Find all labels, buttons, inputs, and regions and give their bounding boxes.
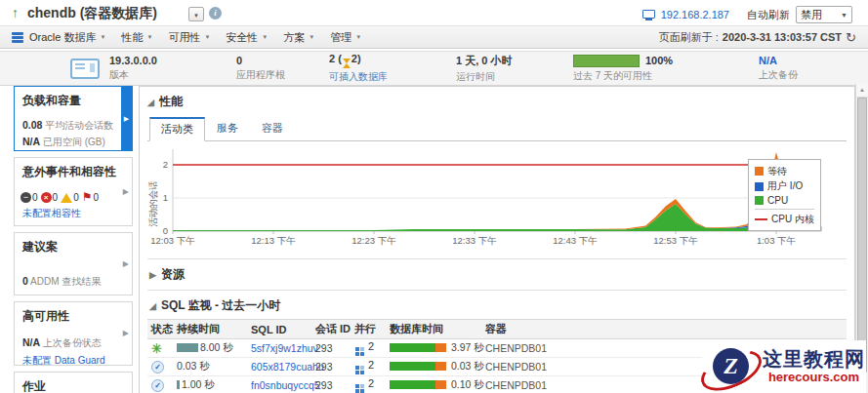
sql-id-link[interactable]: 5sf7xj9w1zhuv <box>251 342 318 354</box>
performance-section-header[interactable]: ◢ 性能 <box>147 87 847 110</box>
arrow-right-icon: ▶ <box>124 115 129 123</box>
scroll-up-button[interactable]: ▲ <box>856 84 868 98</box>
svg-text:12:33 下午: 12:33 下午 <box>452 235 496 246</box>
target-menu-button[interactable]: ▼ <box>188 7 204 21</box>
parallel-icon <box>354 383 365 393</box>
menu-item[interactable]: 管理▼ <box>330 30 361 45</box>
sidebar-card-advisors[interactable]: 建议案 0 ADDM 查找结果 ▶ <box>14 232 133 295</box>
svg-text:12:03 下午: 12:03 下午 <box>150 235 194 246</box>
sql-id-link[interactable]: fn0snbuqyccq5 <box>251 379 320 391</box>
sidebar-card-high-availability[interactable]: 高可用性 N/A 上次备份状态 未配置 Data Guard ▶ <box>14 301 133 366</box>
sidebar-card-incidents-compliance[interactable]: 意外事件和相容性 −0 ×0 0 ⚑0 未配置相容性 ▶ <box>14 157 133 226</box>
db-time-cell: 3.97 秒 <box>390 341 485 355</box>
column-header-6[interactable]: 容器 <box>485 322 843 336</box>
column-header-2[interactable]: SQL ID <box>251 324 315 335</box>
arrow-right-icon[interactable]: ▶ <box>123 329 129 337</box>
menu-bar: Oracle 数据库▼性能▼可用性▼安全性▼方案▼管理▼ 页面刷新于 : 202… <box>0 25 868 49</box>
auto-refresh-label: 自动刷新 <box>747 8 790 22</box>
column-header-1[interactable]: 持续时间 <box>177 322 251 336</box>
page-title: chendb (容器数据库) <box>27 5 157 22</box>
chevron-down-icon: ▼ <box>309 34 314 40</box>
parallel-cell: 2 <box>354 377 390 393</box>
selected-card-indicator[interactable]: ▶ <box>121 87 132 150</box>
auto-refresh-select[interactable]: 禁用 ▼ <box>796 6 852 23</box>
card-title: 高可用性 <box>15 302 132 325</box>
version-value: 19.3.0.0.0 <box>109 55 236 66</box>
svg-text:12:43 下午: 12:43 下午 <box>553 235 597 246</box>
db-time-cell: 0.10 秒 <box>390 378 485 392</box>
chevron-down-icon: ▼ <box>841 12 847 19</box>
availability-label: 过去 7 天的可用性 <box>573 69 759 83</box>
db-time-bar <box>390 343 446 352</box>
tab-容器[interactable]: 容器 <box>250 117 295 141</box>
host-monitor-icon <box>642 10 655 20</box>
sql-id-cell: 5sf7xj9w1zhuv <box>251 342 315 354</box>
tab-服务[interactable]: 服务 <box>205 117 250 141</box>
uptime-value: 1 天, 0 小时 <box>456 54 573 68</box>
column-header-4[interactable]: 并行 <box>354 322 390 336</box>
host-ip-link[interactable]: 192.168.2.187 <box>661 9 729 20</box>
stat-app-root: 0 应用程序根 <box>236 55 329 82</box>
sidebar-card-jobs[interactable]: 作业 <box>14 372 133 393</box>
sidebar-card-load-capacity[interactable]: 负载和容量 0.08 平均活动会话数 N/A 已用空间 (GB) ▶ <box>14 86 133 151</box>
session-id-cell: 293 <box>315 342 354 354</box>
level-up-icon[interactable]: ↑ <box>12 5 19 20</box>
legend-item: 等待 <box>755 165 814 178</box>
last-backup-value[interactable]: N/A <box>759 55 798 66</box>
menu-item[interactable]: 性能▼ <box>121 30 152 45</box>
stat-last-backup: N/A 上次备份 <box>759 55 798 82</box>
sql-id-cell: 605x8179cuahu <box>251 361 315 373</box>
duration-bar <box>177 343 198 352</box>
sql-id-link[interactable]: 605x8179cuahu <box>251 361 324 373</box>
card-title: 作业 <box>15 373 132 393</box>
menu-item[interactable]: 可用性▼ <box>168 30 210 45</box>
activity-chart[interactable]: 01212:03 下午12:13 下午12:23 下午12:33 下午12:43… <box>147 143 847 255</box>
stat-uptime: 1 天, 0 小时 运行时间 <box>456 54 573 84</box>
duration-cell: 0.03 秒 <box>177 360 251 373</box>
database-stack-icon <box>12 32 23 43</box>
info-icon[interactable]: i <box>209 7 222 20</box>
blocked-icon: − <box>21 192 31 203</box>
watermark: Z 这里教程网 herecours.com <box>702 340 866 393</box>
page-refreshed-time: 2020-3-31 13:03:57 CST <box>723 31 842 43</box>
tab-活动类[interactable]: 活动类 <box>149 117 205 141</box>
compliance-link[interactable]: 未配置相容性 <box>15 207 132 220</box>
card-title: 负载和容量 <box>15 87 132 109</box>
parallel-cell: 2 <box>354 359 390 375</box>
data-guard-link[interactable]: 未配置 Data Guard <box>15 354 132 368</box>
sql-table-header: 状态持续时间SQL ID会话 ID并行数据库时间容器 <box>147 319 847 339</box>
app-root-label: 应用程序根 <box>236 68 329 82</box>
menu-item[interactable]: 安全性▼ <box>226 30 268 45</box>
version-label: 版本 <box>109 68 236 82</box>
menu-item[interactable]: 方案▼ <box>283 30 314 45</box>
scrollbar-thumb[interactable] <box>857 98 867 373</box>
incident-counters: −0 ×0 0 ⚑0 <box>15 192 132 203</box>
db-time-bar <box>390 380 446 389</box>
sql-monitor-section-header[interactable]: ◢ SQL 监视 - 过去一小时 <box>147 290 847 319</box>
legend-swatch <box>755 167 764 176</box>
session-id-cell: 293 <box>315 379 354 391</box>
svg-text:12:53 下午: 12:53 下午 <box>653 235 697 246</box>
status-cell: ✓ <box>151 360 177 373</box>
app-root-value: 0 <box>236 55 329 66</box>
summary-stats-bar: 19.3.0.0.0 版本 0 应用程序根 2 (2) 可插入数据库 1 天, … <box>0 51 868 86</box>
stat-pdbs: 2 (2) 可插入数据库 <box>329 53 456 84</box>
collapse-triangle-icon: ◢ <box>149 301 156 311</box>
oracle-em-database-home: ↑ chendb (容器数据库) ▼ i 192.168.2.187 自动刷新 … <box>0 0 868 393</box>
column-header-3[interactable]: 会话 ID <box>315 322 354 336</box>
expand-triangle-icon: ▶ <box>149 270 156 280</box>
availability-percent: 100% <box>645 55 673 66</box>
resources-section-header[interactable]: ▶ 资源 <box>147 258 847 290</box>
menu-item[interactable]: Oracle 数据库▼ <box>29 30 105 45</box>
chevron-down-icon: ▼ <box>146 34 152 40</box>
column-header-0[interactable]: 状态 <box>151 322 177 336</box>
column-header-5[interactable]: 数据库时间 <box>390 322 485 336</box>
arrow-right-icon[interactable]: ▶ <box>123 259 129 268</box>
arrow-right-icon[interactable]: ▶ <box>123 187 129 196</box>
refresh-icon[interactable]: ↻ <box>846 31 856 44</box>
pdbs-label[interactable]: 可插入数据库 <box>329 70 456 84</box>
status-icon: ✓ <box>151 379 164 392</box>
flag-icon: ⚑ <box>82 192 93 203</box>
activity-chart-svg[interactable]: 01212:03 下午12:13 下午12:23 下午12:33 下午12:43… <box>147 143 843 253</box>
sql-monitor-title: SQL 监视 - 过去一小时 <box>161 297 280 314</box>
